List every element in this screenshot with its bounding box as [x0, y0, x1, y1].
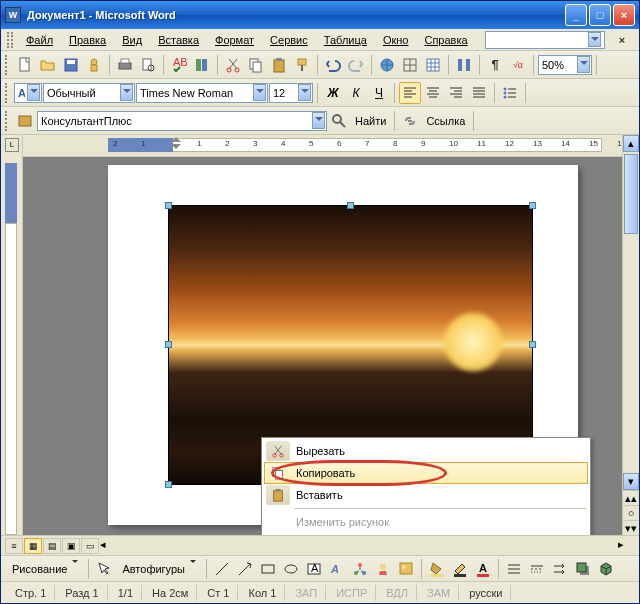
- status-rec[interactable]: ЗАП: [287, 585, 326, 601]
- menu-format[interactable]: Формат: [208, 31, 261, 49]
- fill-color-icon[interactable]: [426, 558, 448, 580]
- ctx-copy[interactable]: Копировать: [264, 462, 588, 484]
- new-doc-icon[interactable]: [14, 54, 36, 76]
- resize-handle-nw[interactable]: [165, 202, 172, 209]
- line-icon[interactable]: [211, 558, 233, 580]
- ctx-show-picture-toolbar[interactable]: Отобразить панель настройки изображения: [264, 533, 588, 535]
- toolbar-grip[interactable]: [5, 111, 11, 131]
- shadow-icon[interactable]: [572, 558, 594, 580]
- oval-icon[interactable]: [280, 558, 302, 580]
- scroll-up-icon[interactable]: ▴: [623, 135, 639, 152]
- save-icon[interactable]: [60, 54, 82, 76]
- open-icon[interactable]: [37, 54, 59, 76]
- menu-tools[interactable]: Сервис: [263, 31, 315, 49]
- align-justify-button[interactable]: [468, 82, 490, 104]
- format-painter-icon[interactable]: [291, 54, 313, 76]
- italic-button[interactable]: К: [345, 82, 367, 104]
- browse-object-icon[interactable]: ○: [623, 505, 639, 520]
- diagram-icon[interactable]: [349, 558, 371, 580]
- align-right-button[interactable]: [445, 82, 467, 104]
- minimize-button[interactable]: _: [565, 4, 587, 26]
- web-layout-view-button[interactable]: ▦: [24, 538, 42, 554]
- status-ovr[interactable]: ЗАМ: [419, 585, 459, 601]
- style-a-combo[interactable]: A: [14, 83, 42, 103]
- equation-icon[interactable]: √α: [507, 54, 529, 76]
- status-ext[interactable]: ВДЛ: [378, 585, 417, 601]
- copy-icon[interactable]: [245, 54, 267, 76]
- search-icon[interactable]: [328, 110, 350, 132]
- bold-button[interactable]: Ж: [322, 82, 344, 104]
- style-combo[interactable]: Обычный: [43, 83, 135, 103]
- autoshapes-menu[interactable]: Автофигуры: [116, 563, 202, 575]
- vertical-ruler[interactable]: L: [1, 135, 23, 535]
- research-icon[interactable]: [191, 54, 213, 76]
- toolbar-grip[interactable]: [5, 55, 11, 75]
- help-search-input[interactable]: [485, 31, 605, 49]
- menu-table[interactable]: Таблица: [317, 31, 374, 49]
- hyperlink-icon[interactable]: [376, 54, 398, 76]
- horizontal-ruler[interactable]: 2112345678910111213141516: [23, 135, 622, 157]
- spellcheck-icon[interactable]: ABC: [168, 54, 190, 76]
- print-preview-icon[interactable]: [137, 54, 159, 76]
- menu-window[interactable]: Окно: [376, 31, 416, 49]
- scroll-down-icon[interactable]: ▾: [623, 473, 639, 490]
- next-page-icon[interactable]: ▾▾: [623, 520, 639, 535]
- scroll-left-icon[interactable]: ◂: [100, 538, 117, 554]
- insert-picture-icon[interactable]: [395, 558, 417, 580]
- paste-icon[interactable]: [268, 54, 290, 76]
- vertical-scrollbar[interactable]: ▴ ▾ ▴▴ ○ ▾▾: [622, 135, 639, 535]
- menu-insert[interactable]: Вставка: [151, 31, 206, 49]
- reading-view-button[interactable]: ▭: [81, 538, 99, 554]
- scroll-thumb[interactable]: [624, 154, 638, 234]
- resize-handle-e[interactable]: [529, 341, 536, 348]
- resize-handle-w[interactable]: [165, 341, 172, 348]
- link-icon[interactable]: [399, 110, 421, 132]
- status-lang[interactable]: русски: [461, 585, 511, 601]
- toolbar-grip[interactable]: [5, 83, 11, 103]
- columns-icon[interactable]: [453, 54, 475, 76]
- zoom-combo[interactable]: 50%: [538, 55, 592, 75]
- resize-handle-sw[interactable]: [165, 481, 172, 488]
- rectangle-icon[interactable]: [257, 558, 279, 580]
- wordart-icon[interactable]: A: [326, 558, 348, 580]
- fontsize-combo[interactable]: 12: [269, 83, 313, 103]
- underline-button[interactable]: Ч: [368, 82, 390, 104]
- show-formatting-icon[interactable]: ¶: [484, 54, 506, 76]
- tables-borders-icon[interactable]: [399, 54, 421, 76]
- print-layout-view-button[interactable]: ▤: [43, 538, 61, 554]
- drawing-menu[interactable]: Рисование: [6, 563, 84, 575]
- normal-view-button[interactable]: ≡: [5, 538, 23, 554]
- arrow-icon[interactable]: [234, 558, 256, 580]
- link-label[interactable]: Ссылка: [422, 115, 469, 127]
- menu-view[interactable]: Вид: [115, 31, 149, 49]
- redo-icon[interactable]: [345, 54, 367, 76]
- select-objects-icon[interactable]: [93, 558, 115, 580]
- consultant-icon[interactable]: [14, 110, 36, 132]
- clipart-icon[interactable]: [372, 558, 394, 580]
- resize-handle-ne[interactable]: [529, 202, 536, 209]
- ctx-cut[interactable]: Вырезать: [264, 440, 588, 462]
- 3d-icon[interactable]: [595, 558, 617, 580]
- bullets-button[interactable]: [499, 82, 521, 104]
- tab-selector[interactable]: L: [5, 138, 19, 152]
- arrow-style-icon[interactable]: [549, 558, 571, 580]
- menu-edit[interactable]: Правка: [62, 31, 113, 49]
- scroll-right-icon[interactable]: ▸: [618, 538, 635, 554]
- line-style-icon[interactable]: [503, 558, 525, 580]
- font-color-icon[interactable]: A: [472, 558, 494, 580]
- status-trk[interactable]: ИСПР: [328, 585, 376, 601]
- close-doc-button[interactable]: ×: [611, 29, 633, 51]
- ctx-paste[interactable]: Вставить: [264, 484, 588, 506]
- toolbar-grip[interactable]: [7, 32, 13, 48]
- dash-style-icon[interactable]: [526, 558, 548, 580]
- align-center-button[interactable]: [422, 82, 444, 104]
- prev-page-icon[interactable]: ▴▴: [623, 490, 639, 505]
- consultant-combo[interactable]: КонсультантПлюс: [37, 111, 327, 131]
- insert-table-icon[interactable]: [422, 54, 444, 76]
- permission-icon[interactable]: [83, 54, 105, 76]
- resize-handle-n[interactable]: [347, 202, 354, 209]
- undo-icon[interactable]: [322, 54, 344, 76]
- outline-view-button[interactable]: ▣: [62, 538, 80, 554]
- find-label[interactable]: Найти: [351, 115, 390, 127]
- align-left-button[interactable]: [399, 82, 421, 104]
